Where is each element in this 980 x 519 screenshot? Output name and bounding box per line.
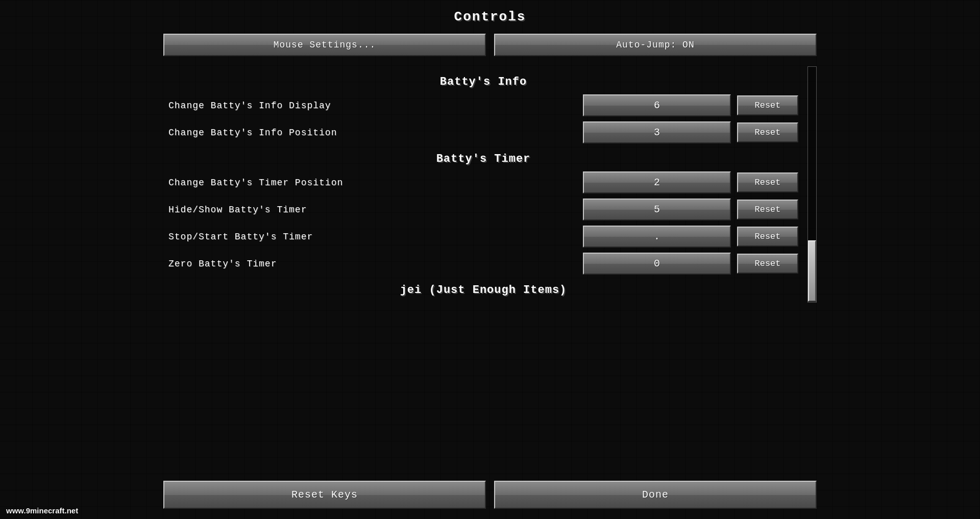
reset-button[interactable]: Reset [737, 172, 798, 192]
setting-label: Stop/Start Batty's Timer [168, 232, 583, 242]
reset-keys-button[interactable]: Reset Keys [163, 481, 486, 509]
reset-button[interactable]: Reset [737, 227, 798, 246]
setting-value-button[interactable]: 3 [583, 121, 731, 143]
settings-list: Batty's InfoChange Batty's Info Display6… [163, 76, 803, 296]
watermark-suffix: .net [65, 506, 79, 515]
section-header-battys_timer: Batty's Timer [163, 153, 803, 165]
page-title: Controls [454, 9, 526, 24]
bottom-buttons-row: Reset Keys Done [163, 481, 817, 509]
setting-label: Zero Batty's Timer [168, 259, 583, 269]
setting-value-button[interactable]: 6 [583, 94, 731, 116]
done-button[interactable]: Done [494, 481, 817, 509]
reset-button[interactable]: Reset [737, 200, 798, 219]
table-row: Change Batty's Timer Position2Reset [163, 171, 803, 193]
scrollbar-thumb[interactable] [808, 240, 816, 302]
watermark-prefix: www. [6, 506, 26, 515]
auto-jump-button[interactable]: Auto-Jump: ON [494, 34, 817, 56]
watermark: www.9minecraft.net [6, 506, 78, 515]
table-row: Stop/Start Batty's Timer.Reset [163, 226, 803, 248]
scroll-container: Batty's InfoChange Batty's Info Display6… [163, 66, 803, 303]
section-header-jei: jei (Just Enough Items) [163, 284, 803, 296]
table-row: Change Batty's Info Display6Reset [163, 94, 803, 116]
table-row: Zero Batty's Timer0Reset [163, 253, 803, 275]
setting-label: Change Batty's Info Display [168, 101, 583, 111]
watermark-name: 9minecraft [26, 506, 65, 515]
setting-label: Change Batty's Info Position [168, 128, 583, 138]
scrollbar-track[interactable] [807, 66, 817, 303]
setting-label: Change Batty's Timer Position [168, 178, 583, 188]
reset-button[interactable]: Reset [737, 122, 798, 142]
content-area: Batty's InfoChange Batty's Info Display6… [163, 66, 817, 303]
setting-value-button[interactable]: 0 [583, 253, 731, 275]
mouse-settings-button[interactable]: Mouse Settings... [163, 34, 486, 56]
setting-label: Hide/Show Batty's Timer [168, 205, 583, 215]
table-row: Change Batty's Info Position3Reset [163, 121, 803, 143]
setting-value-button[interactable]: . [583, 226, 731, 248]
top-buttons-row: Mouse Settings... Auto-Jump: ON [163, 34, 817, 56]
reset-button[interactable]: Reset [737, 254, 798, 274]
setting-value-button[interactable]: 5 [583, 199, 731, 220]
section-header-battys_info: Batty's Info [163, 76, 803, 88]
table-row: Hide/Show Batty's Timer5Reset [163, 199, 803, 220]
setting-value-button[interactable]: 2 [583, 171, 731, 193]
reset-button[interactable]: Reset [737, 95, 798, 115]
